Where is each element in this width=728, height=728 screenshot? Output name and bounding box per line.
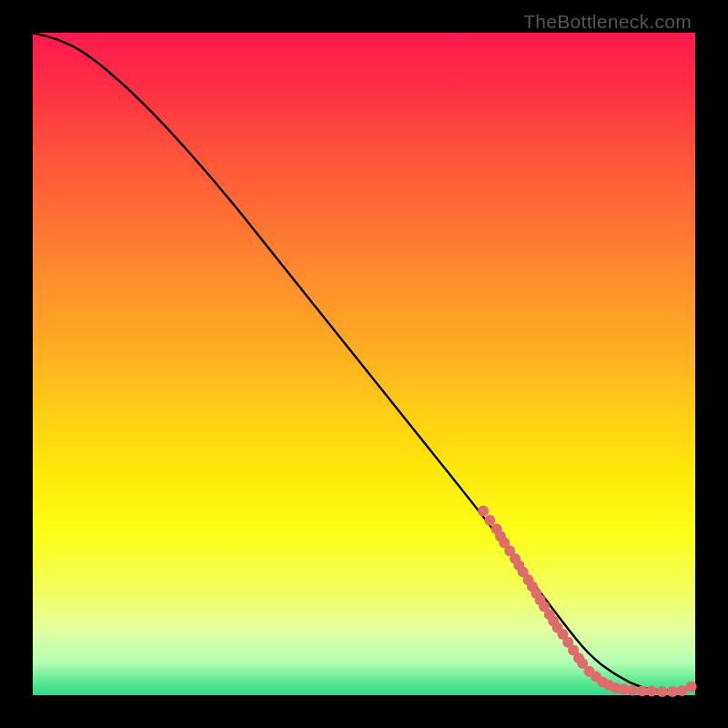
curve-marker <box>646 686 657 697</box>
curve-marker <box>637 685 648 696</box>
curve-marker <box>676 685 687 696</box>
curve-markers <box>478 506 697 697</box>
chart-frame: TheBottleneck.com <box>0 0 728 728</box>
curve-marker <box>484 515 495 526</box>
curve-marker <box>657 686 668 697</box>
watermark-text: TheBottleneck.com <box>523 11 692 33</box>
curve-marker <box>627 685 638 696</box>
curve-marker <box>478 506 489 517</box>
curve-marker <box>686 682 697 693</box>
chart-svg <box>33 33 695 695</box>
curve-marker <box>667 686 678 697</box>
bottleneck-curve <box>33 33 695 691</box>
plot-area <box>33 33 695 695</box>
